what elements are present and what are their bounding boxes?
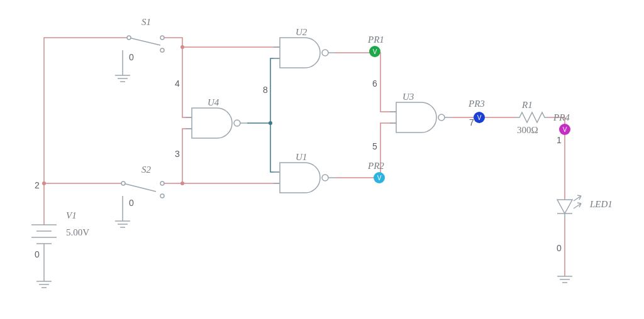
label-v1-value: 5.00V	[66, 227, 89, 237]
switch-s1-pivot	[127, 36, 131, 40]
probe-pr4[interactable]: V	[559, 124, 570, 135]
label-u3: U3	[402, 92, 414, 102]
wire-u4-to-u1	[270, 123, 280, 172]
gate-u1[interactable]	[274, 163, 335, 193]
probe-pr1[interactable]: V	[369, 46, 380, 57]
label-led1: LED1	[589, 199, 613, 209]
resistor-r1[interactable]	[516, 112, 547, 122]
net-0a: 0	[35, 249, 40, 259]
net-3: 3	[175, 149, 180, 159]
net-2: 2	[35, 180, 40, 190]
switch-s2-pole-nc	[160, 194, 164, 198]
svg-text:V: V	[373, 48, 377, 55]
net-8: 8	[263, 85, 268, 95]
net-6: 6	[372, 78, 377, 89]
label-s1: S1	[142, 17, 151, 27]
svg-text:V: V	[377, 175, 382, 181]
label-u2: U2	[296, 27, 308, 37]
switch-s1-pole-nc	[160, 48, 164, 52]
wire-s1-out	[164, 38, 192, 117]
svg-point-22	[438, 114, 445, 121]
net-7: 7	[469, 117, 474, 127]
label-pr3: PR3	[468, 99, 485, 109]
net-s1-0: 0	[129, 52, 134, 62]
label-pr4: PR4	[553, 112, 570, 122]
node-net8	[269, 121, 272, 125]
wire-u1-out	[335, 123, 396, 178]
label-v1: V1	[66, 210, 77, 220]
schematic-canvas[interactable]: V V V V S1 S2 V1 5.00V U4 U2 U1 U3 PR1 P…	[0, 0, 644, 319]
probe-pr3[interactable]: V	[474, 112, 485, 123]
svg-point-10	[234, 120, 240, 126]
svg-point-18	[322, 175, 328, 181]
wire-u2-out	[335, 53, 396, 112]
switch-s1-pole-no	[160, 36, 164, 40]
label-pr1: PR1	[367, 35, 384, 45]
label-u4: U4	[208, 97, 219, 107]
gate-u4[interactable]	[186, 108, 247, 138]
switch-s1-wiper[interactable]	[129, 38, 160, 45]
net-s2-0: 0	[129, 198, 134, 208]
label-r1-value: 300Ω	[517, 125, 538, 135]
switch-s2-pole-no	[160, 181, 164, 185]
switch-s2-pivot	[121, 181, 125, 185]
label-r1: R1	[521, 100, 533, 110]
gate-u3[interactable]	[390, 102, 452, 132]
label-pr2: PR2	[367, 161, 384, 171]
svg-point-14	[322, 50, 328, 56]
net-5: 5	[372, 141, 377, 151]
net-4: 4	[175, 78, 180, 89]
label-s2: S2	[142, 165, 152, 175]
net-led-0: 0	[557, 243, 562, 253]
node-net4	[180, 45, 184, 49]
svg-text:V: V	[477, 114, 482, 121]
node-net3	[180, 181, 184, 185]
gate-u2[interactable]	[274, 38, 335, 68]
node-bus-s2	[42, 181, 46, 185]
probe-pr2[interactable]: V	[374, 172, 385, 183]
led-led1[interactable]	[557, 195, 581, 219]
svg-text:V: V	[563, 126, 567, 133]
net-1: 1	[557, 135, 562, 145]
wire-v1-top	[44, 38, 129, 225]
switch-s2-wiper[interactable]	[123, 183, 156, 192]
label-u1: U1	[296, 152, 307, 162]
